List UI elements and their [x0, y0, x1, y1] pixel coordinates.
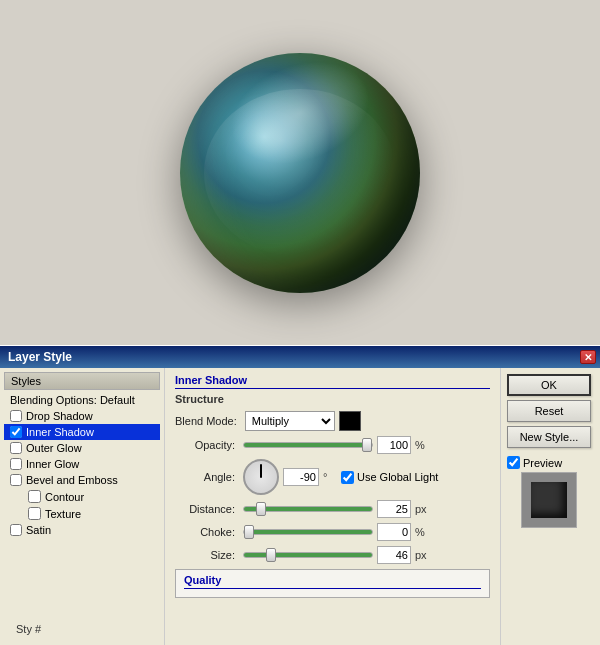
satin-checkbox[interactable]: [10, 524, 22, 536]
bevel-emboss-checkbox[interactable]: [10, 474, 22, 486]
reset-button[interactable]: Reset: [507, 400, 591, 422]
angle-label: Angle:: [175, 471, 235, 483]
choke-slider[interactable]: [243, 529, 373, 535]
preview-section: Preview: [507, 456, 594, 528]
texture-checkbox[interactable]: [28, 507, 41, 520]
angle-row: Angle: ° Use Global Light: [175, 459, 490, 495]
left-panel: Styles Blending Options: Default Drop Sh…: [0, 368, 165, 645]
inner-glow-item[interactable]: Inner Glow: [4, 456, 160, 472]
structure-header: Structure: [175, 393, 490, 405]
size-unit: px: [415, 549, 429, 561]
opacity-row: Opacity: %: [175, 436, 490, 454]
ok-button[interactable]: OK: [507, 374, 591, 396]
choke-slider-container: %: [243, 523, 490, 541]
opacity-slider[interactable]: [243, 442, 373, 448]
use-global-light-label[interactable]: Use Global Light: [341, 471, 438, 484]
dialog-titlebar: Layer Style ✕: [0, 346, 600, 368]
angle-input[interactable]: [283, 468, 319, 486]
angle-unit: °: [323, 471, 337, 483]
size-label: Size:: [175, 549, 235, 561]
choke-row: Choke: %: [175, 523, 490, 541]
bevel-emboss-item[interactable]: Bevel and Emboss: [4, 472, 160, 488]
size-slider-container: px: [243, 546, 490, 564]
choke-input[interactable]: [377, 523, 411, 541]
right-panel: OK Reset New Style... Preview: [500, 368, 600, 645]
distance-slider-container: px: [243, 500, 490, 518]
quality-header: Quality: [184, 574, 481, 589]
middle-panel: Inner Shadow Structure Blend Mode: Multi…: [165, 368, 500, 645]
choke-label: Choke:: [175, 526, 235, 538]
styles-header[interactable]: Styles: [4, 372, 160, 390]
texture-item[interactable]: Texture: [4, 505, 160, 522]
quality-section: Quality: [175, 569, 490, 598]
size-row: Size: px: [175, 546, 490, 564]
inner-glow-checkbox[interactable]: [10, 458, 22, 470]
use-global-light-checkbox[interactable]: [341, 471, 354, 484]
outer-glow-checkbox[interactable]: [10, 442, 22, 454]
opacity-label: Opacity:: [175, 439, 235, 451]
satin-item[interactable]: Satin: [4, 522, 160, 538]
dialog-title: Layer Style: [8, 350, 72, 364]
blending-options-item[interactable]: Blending Options: Default: [4, 392, 160, 408]
preview-box: [521, 472, 577, 528]
drop-shadow-checkbox[interactable]: [10, 410, 22, 422]
size-slider[interactable]: [243, 552, 373, 558]
dialog-body: Styles Blending Options: Default Drop Sh…: [0, 368, 600, 645]
drop-shadow-item[interactable]: Drop Shadow: [4, 408, 160, 424]
distance-unit: px: [415, 503, 429, 515]
choke-unit: %: [415, 526, 429, 538]
distance-input[interactable]: [377, 500, 411, 518]
opacity-unit: %: [415, 439, 429, 451]
color-swatch[interactable]: [339, 411, 361, 431]
inner-shadow-checkbox[interactable]: [10, 426, 22, 438]
new-style-button[interactable]: New Style...: [507, 426, 591, 448]
earth-globe: [180, 53, 420, 293]
preview-inner: [531, 482, 567, 518]
outer-glow-item[interactable]: Outer Glow: [4, 440, 160, 456]
preview-label[interactable]: Preview: [507, 456, 594, 469]
distance-label: Distance:: [175, 503, 235, 515]
opacity-input[interactable]: [377, 436, 411, 454]
preview-checkbox[interactable]: [507, 456, 520, 469]
opacity-slider-container: %: [243, 436, 490, 454]
contour-checkbox[interactable]: [28, 490, 41, 503]
canvas-area: [0, 0, 600, 345]
inner-shadow-item[interactable]: Inner Shadow: [4, 424, 160, 440]
sty-label: Sty #: [10, 621, 47, 637]
blend-mode-label: Blend Mode:: [175, 415, 237, 427]
size-input[interactable]: [377, 546, 411, 564]
distance-slider[interactable]: [243, 506, 373, 512]
angle-container: ° Use Global Light: [243, 459, 438, 495]
blend-mode-row: Blend Mode: Multiply Normal Screen Overl…: [175, 411, 490, 431]
layer-style-dialog: Layer Style ✕ Styles Blending Options: D…: [0, 345, 600, 645]
close-button[interactable]: ✕: [580, 350, 596, 364]
contour-item[interactable]: Contour: [4, 488, 160, 505]
inner-shadow-section-header: Inner Shadow: [175, 374, 490, 389]
angle-dial[interactable]: [243, 459, 279, 495]
blend-mode-select[interactable]: Multiply Normal Screen Overlay: [245, 411, 335, 431]
distance-row: Distance: px: [175, 500, 490, 518]
